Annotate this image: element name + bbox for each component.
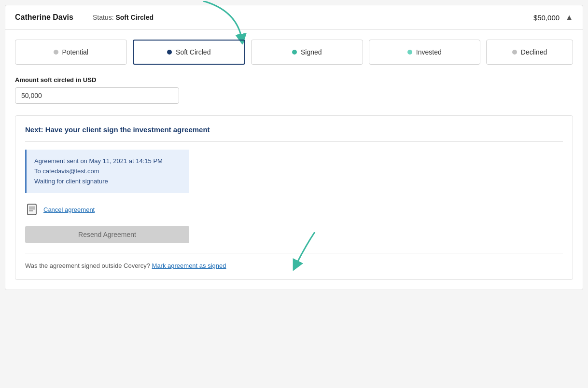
amount-label: Amount soft circled in USD [15,76,573,83]
signed-outside-text: Was the agreement signed outside Covercy… [25,262,226,269]
amount-section: Amount soft circled in USD [15,76,573,104]
next-title: Next: Have your client sign the investme… [25,125,563,134]
dot-invested [407,50,412,55]
status-potential[interactable]: Potential [15,40,127,65]
cancel-row: Cancel agreement [25,203,563,216]
status-soft-circled-label: Soft Circled [176,48,210,56]
next-divider [25,141,563,142]
status-signed-label: Signed [301,48,322,56]
investor-name: Catherine Davis [15,13,73,22]
cancel-agreement-link[interactable]: Cancel agreement [43,206,95,213]
header: Catherine Davis Status: Soft Circled $50… [5,5,583,30]
status-invested[interactable]: Invested [369,40,481,65]
status-label: Status: Soft Circled [93,14,154,21]
status-row: Potential Soft Circled Signed Invested D… [15,40,573,65]
agreement-line2: To catedavis@test.com [34,166,182,177]
amount-input[interactable] [15,87,179,104]
mark-as-signed-link[interactable]: Mark agreement as signed [152,262,226,269]
status-signed[interactable]: Signed [251,40,363,65]
bottom-divider [25,253,563,253]
amount-display: $50,000 [533,14,560,22]
svg-rect-0 [28,204,36,215]
next-section: Next: Have your client sign the investme… [15,115,573,280]
header-right: $50,000 ▲ [533,13,573,22]
dot-soft-circled [167,50,172,55]
document-icon [25,203,39,216]
agreement-line3: Waiting for client signature [34,177,182,187]
main-content: Potential Soft Circled Signed Invested D… [5,30,583,290]
chevron-up-icon[interactable]: ▲ [565,13,573,22]
status-soft-circled[interactable]: Soft Circled [133,40,246,65]
status-declined-label: Declined [521,48,547,56]
agreement-info-box: Agreement sent on May 11, 2021 at 14:15 … [25,150,189,193]
header-left: Catherine Davis Status: Soft Circled [15,13,154,22]
arrow-annotation-2 [276,232,334,271]
page-container: Catherine Davis Status: Soft Circled $50… [5,5,583,290]
dot-declined [512,50,517,55]
resend-agreement-button[interactable]: Resend Agreement [25,226,189,243]
status-declined[interactable]: Declined [486,40,573,65]
signed-outside-row: Was the agreement signed outside Covercy… [25,261,563,270]
dot-signed [292,50,297,55]
status-invested-label: Invested [416,48,442,56]
status-potential-label: Potential [62,48,88,56]
dot-potential [54,50,58,55]
agreement-line1: Agreement sent on May 11, 2021 at 14:15 … [34,156,182,166]
